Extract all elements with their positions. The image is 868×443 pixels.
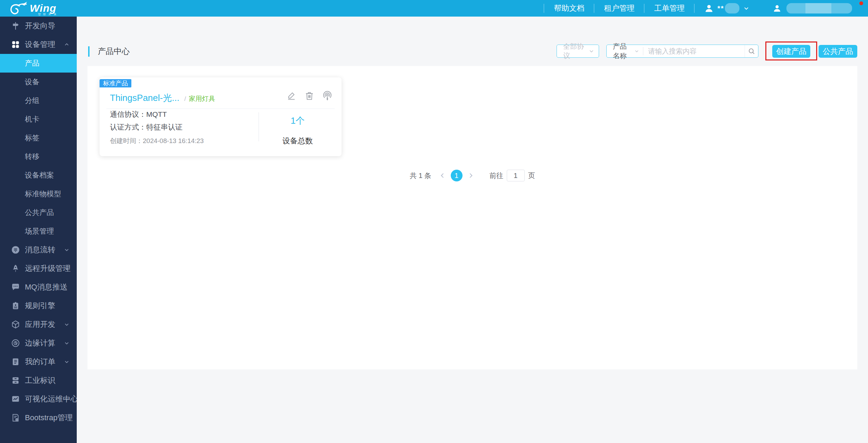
publish-icon[interactable]: [322, 91, 333, 101]
protocol-filter-select[interactable]: 全部协议: [557, 45, 599, 58]
pagination: 共 1 条 1 前往 页: [87, 170, 857, 181]
sidebar-item-label: 设备管理: [25, 39, 55, 50]
nav-tenant-mgmt[interactable]: 租户管理: [604, 3, 634, 13]
sidebar-item-group[interactable]: 分组: [0, 91, 77, 110]
page-number-current[interactable]: 1: [451, 170, 463, 181]
sidebar-item-public-product[interactable]: 公共产品: [0, 203, 77, 222]
sidebar-item-visual-ops[interactable]: 可视化运维中心: [0, 390, 77, 408]
sidebar-item-label: Bootstrap管理: [25, 413, 73, 423]
page-title: 产品中心: [98, 46, 130, 57]
chevron-up-icon: [64, 41, 70, 48]
search-icon: [748, 47, 755, 55]
sidebar-item-app-dev[interactable]: 应用开发: [0, 315, 77, 334]
sidebar-item-mq-push[interactable]: MQ消息推送: [0, 278, 77, 296]
user-menu[interactable]: **: [704, 3, 750, 13]
chevron-down-icon: [588, 48, 595, 54]
main-content: 产品中心 全部协议 产品名称 创建产品 公共产品 标准产品 Th: [77, 17, 868, 443]
sidebar-item-remote-upgrade[interactable]: 远程升级管理: [0, 259, 77, 278]
delete-icon[interactable]: [304, 91, 315, 101]
sidebar-item-label: 边缘计算: [25, 338, 55, 348]
product-list-panel: 标准产品 ThingsPanel-光... / 家用灯具: [87, 66, 857, 369]
product-type-badge: 标准产品: [100, 79, 131, 87]
nav-separator: [544, 4, 544, 13]
user-name-redaction: [725, 3, 739, 13]
protocol-label: 通信协议：: [110, 110, 146, 118]
goto-page-unit: 页: [528, 171, 535, 180]
user-name: **: [717, 4, 724, 12]
rocket-icon: [11, 264, 20, 273]
nav-separator: [594, 4, 594, 13]
product-name-link[interactable]: ThingsPanel-光...: [110, 92, 179, 104]
search-bar: 产品名称: [606, 45, 758, 58]
order-icon: [11, 357, 20, 366]
brand-subtitle: 智联未来: [38, 12, 59, 16]
sidebar-item-label: 机卡: [25, 114, 39, 124]
notification-dot: [859, 1, 863, 5]
sidebar-item-dev-guide[interactable]: 开发向导: [0, 17, 77, 35]
account-name-redaction: [786, 3, 852, 13]
sidebar-item-label: 应用开发: [25, 319, 55, 330]
goto-page-label: 前往: [489, 171, 503, 180]
prev-page-icon[interactable]: [439, 172, 446, 179]
sidebar-item-label: 转移: [25, 152, 39, 161]
sidebar-item-label: 消息流转: [25, 245, 55, 255]
sidebar-item-device-mgmt[interactable]: 设备管理: [0, 35, 77, 54]
sidebar-item-rule-engine[interactable]: 规则引擎: [0, 296, 77, 315]
product-card[interactable]: 标准产品 ThingsPanel-光... / 家用灯具: [100, 77, 342, 156]
search-category-select[interactable]: 产品名称: [607, 42, 643, 60]
chevron-down-icon: [64, 340, 70, 346]
sidebar-item-industry-id[interactable]: 工业标识: [0, 371, 77, 390]
next-page-icon[interactable]: [467, 172, 474, 179]
device-count-label: 设备总数: [259, 136, 337, 146]
search-input[interactable]: [643, 47, 745, 55]
goto-page-input[interactable]: [507, 170, 525, 181]
search-button[interactable]: [745, 45, 758, 57]
nav-workorder-mgmt[interactable]: 工单管理: [654, 3, 684, 13]
signpost-icon: [11, 21, 20, 30]
sidebar-item-device[interactable]: 设备: [0, 73, 77, 91]
sidebar-item-label: 标准物模型: [25, 189, 61, 199]
created-label: 创建时间：: [110, 137, 143, 144]
protocol-value: MQTT: [146, 110, 167, 118]
sidebar-item-edge-computing[interactable]: 边缘计算: [0, 334, 77, 352]
sidebar-item-label: 开发向导: [25, 21, 55, 31]
title-accent-bar: [88, 46, 90, 57]
chevron-down-icon: [743, 5, 750, 12]
public-product-button[interactable]: 公共产品: [819, 45, 857, 58]
logo-swoosh-icon: [9, 1, 29, 16]
create-product-button[interactable]: 创建产品: [772, 45, 810, 58]
rule-icon: [11, 301, 20, 310]
nav-separator: [644, 4, 644, 13]
sidebar-item-scene-mgmt[interactable]: 场景管理: [0, 222, 77, 241]
chevron-down-icon: [634, 48, 640, 54]
grid-icon: [11, 40, 20, 49]
app-logo[interactable]: Wing 智联未来: [9, 0, 56, 17]
sidebar-item-device-archive[interactable]: 设备档案: [0, 166, 77, 185]
edit-icon[interactable]: [286, 91, 297, 101]
sidebar-item-label: 产品: [25, 58, 39, 68]
user-avatar-icon: [704, 3, 714, 13]
sidebar-item-label: 场景管理: [25, 226, 54, 236]
brand-name: Wing: [30, 3, 56, 13]
chevron-down-icon: [64, 265, 70, 272]
sidebar-item-sim-card[interactable]: 机卡: [0, 110, 77, 129]
chevron-down-icon: [64, 321, 70, 328]
sidebar-item-tag[interactable]: 标签: [0, 129, 77, 147]
chevron-down-icon: [64, 359, 70, 365]
secondary-account[interactable]: [773, 3, 852, 13]
sidebar-item-my-orders[interactable]: 我的订单: [0, 352, 77, 371]
sidebar-item-label: 标签: [25, 133, 39, 143]
sidebar-item-label: 我的订单: [25, 357, 55, 367]
sidebar-item-standard-thing-model[interactable]: 标准物模型: [0, 185, 77, 203]
search-category-label: 产品名称: [613, 42, 631, 60]
sidebar-item-message-flow[interactable]: 消息流转: [0, 241, 77, 259]
nav-help-docs[interactable]: 帮助文档: [554, 3, 584, 13]
sidebar-item-transfer[interactable]: 转移: [0, 147, 77, 166]
chevron-down-icon: [64, 247, 70, 253]
sidebar-item-bootstrap-mgmt[interactable]: Bootstrap管理: [0, 408, 77, 427]
top-header-bar: Wing 智联未来 帮助文档 租户管理 工单管理 **: [0, 0, 868, 17]
sidebar-item-label: 公共产品: [25, 208, 54, 217]
chevron-down-icon: [64, 396, 70, 402]
sidebar-item-product[interactable]: 产品: [0, 54, 77, 73]
card-divider: [106, 109, 335, 109]
